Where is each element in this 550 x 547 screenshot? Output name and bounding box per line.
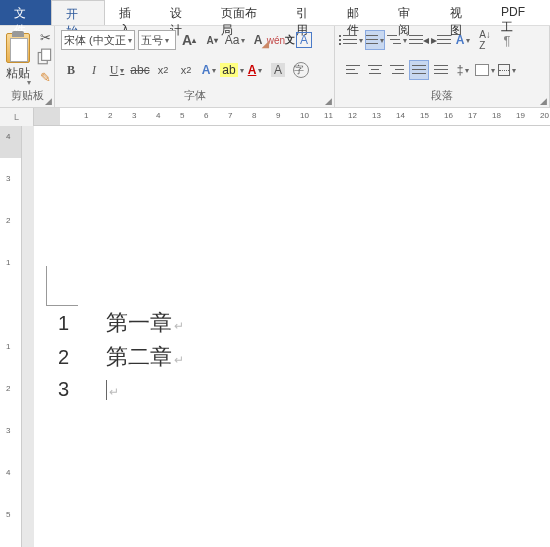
list-text: 第二章	[106, 342, 172, 372]
change-case-button[interactable]: Aa▾	[225, 30, 245, 50]
font-color-button[interactable]: A▾	[245, 60, 265, 80]
clipboard-group-label: 剪贴板	[4, 88, 50, 105]
list-item[interactable]: 3 ↵	[58, 376, 550, 402]
tab-review[interactable]: 审阅	[384, 0, 435, 25]
subscript-button[interactable]: x2	[153, 60, 173, 80]
ruler-tick: 3	[132, 111, 136, 120]
list-text: 第一章	[106, 308, 172, 338]
paste-dropdown-icon[interactable]: ▾	[27, 78, 31, 87]
ribbon-tabs: 文件 开始 插入 设计 页面布局 引用 邮件 审阅 视图 PDF工	[0, 0, 550, 26]
superscript-button[interactable]: x2	[176, 60, 196, 80]
paragraph-mark-icon: ↵	[174, 319, 184, 333]
ruler-tick: 15	[420, 111, 429, 120]
document-area: 432112345 1 第一章 ↵ 2 第二章 ↵ 3 ↵	[0, 126, 550, 547]
ruler-horizontal[interactable]: 12345678910111213141516171819202122	[34, 108, 550, 125]
font-group-label: 字体	[59, 88, 330, 105]
ruler-tick: 16	[444, 111, 453, 120]
tab-references[interactable]: 引用	[282, 0, 333, 25]
align-justify-button[interactable]	[409, 60, 429, 80]
ruler-tick: 14	[396, 111, 405, 120]
tab-layout[interactable]: 页面布局	[207, 0, 282, 25]
list-item[interactable]: 2 第二章 ↵	[58, 342, 550, 372]
shrink-font-button[interactable]: A▾	[202, 30, 222, 50]
ruler-tick: 7	[228, 111, 232, 120]
paragraph-launcher-icon[interactable]: ◢	[540, 96, 547, 106]
line-spacing-button[interactable]: ‡▾	[453, 60, 473, 80]
decrease-indent-button[interactable]: ◂	[409, 30, 429, 50]
tab-home[interactable]: 开始	[51, 0, 104, 25]
ruler-tick: 11	[324, 111, 333, 120]
ribbon: 粘贴 ✂ ✎ ▾ 剪贴板 ◢ 宋体 (中文正▾ 五号▾ A▴ A▾ Aa▾ A◢…	[0, 26, 550, 108]
numbering-button[interactable]: ▾	[365, 30, 385, 50]
list-number: 3	[58, 378, 106, 401]
underline-button[interactable]: U▾	[107, 60, 127, 80]
page-gutter	[22, 126, 34, 547]
align-center-button[interactable]	[365, 60, 385, 80]
paste-button[interactable]: 粘贴	[4, 31, 32, 84]
text-effects-button[interactable]: A▾	[199, 60, 219, 80]
ruler-tick: 1	[6, 342, 10, 351]
ruler-vertical[interactable]: 432112345	[0, 126, 22, 547]
show-marks-button[interactable]: ¶	[497, 30, 517, 50]
highlight-button[interactable]: ab▾	[222, 60, 242, 80]
list-text	[106, 376, 107, 402]
ruler-tick: 2	[6, 384, 10, 393]
ruler-tick: 3	[6, 426, 10, 435]
tab-pdf[interactable]: PDF工	[487, 0, 550, 25]
character-border-button[interactable]: A	[294, 30, 314, 50]
copy-button[interactable]	[36, 48, 54, 66]
list-number: 1	[58, 312, 106, 335]
asian-layout-button[interactable]: A▾	[453, 30, 473, 50]
tab-insert[interactable]: 插入	[105, 0, 156, 25]
svg-rect-1	[42, 49, 51, 60]
bold-button[interactable]: B	[61, 60, 81, 80]
cut-button[interactable]: ✂	[36, 28, 54, 46]
clear-format-button[interactable]: A◢	[248, 30, 268, 50]
paste-icon	[6, 33, 30, 63]
tab-design[interactable]: 设计	[156, 0, 207, 25]
enclose-characters-button[interactable]: 字	[291, 60, 311, 80]
align-right-button[interactable]	[387, 60, 407, 80]
paragraph-mark-icon: ↵	[109, 385, 119, 399]
document-content[interactable]: 1 第一章 ↵ 2 第二章 ↵ 3 ↵	[58, 308, 550, 402]
ruler-tick: 1	[6, 258, 10, 267]
tab-view[interactable]: 视图	[436, 0, 487, 25]
multilevel-list-button[interactable]: ▾	[387, 30, 407, 50]
list-item[interactable]: 1 第一章 ↵	[58, 308, 550, 338]
margin-indicator	[46, 266, 78, 306]
group-font: 宋体 (中文正▾ 五号▾ A▴ A▾ Aa▾ A◢ wén文 A B I U▾ …	[55, 26, 335, 107]
ruler-tick: 6	[204, 111, 208, 120]
document-page[interactable]: 1 第一章 ↵ 2 第二章 ↵ 3 ↵	[34, 126, 550, 547]
grow-font-button[interactable]: A▴	[179, 30, 199, 50]
bullets-button[interactable]: ▾	[343, 30, 363, 50]
clipboard-launcher-icon[interactable]: ◢	[45, 96, 52, 106]
strikethrough-button[interactable]: abc	[130, 60, 150, 80]
shading-button[interactable]: ▾	[475, 60, 495, 80]
sort-button[interactable]: A↓Z	[475, 30, 495, 50]
font-size-select[interactable]: 五号▾	[138, 30, 176, 50]
ruler-tick: 2	[108, 111, 112, 120]
ruler-tick: 5	[180, 111, 184, 120]
ruler-tick: 17	[468, 111, 477, 120]
format-painter-button[interactable]: ✎	[36, 68, 54, 86]
increase-indent-button[interactable]: ▸	[431, 30, 451, 50]
phonetic-guide-button[interactable]: wén文	[271, 30, 291, 50]
ruler-corner[interactable]: L	[0, 108, 34, 126]
align-left-button[interactable]	[343, 60, 363, 80]
ruler-tick: 4	[156, 111, 160, 120]
tab-mailings[interactable]: 邮件	[333, 0, 384, 25]
font-launcher-icon[interactable]: ◢	[325, 96, 332, 106]
font-name-select[interactable]: 宋体 (中文正▾	[61, 30, 135, 50]
tab-file[interactable]: 文件	[0, 0, 51, 25]
character-shading-button[interactable]: A	[268, 60, 288, 80]
ruler-tick: 10	[300, 111, 309, 120]
distributed-button[interactable]	[431, 60, 451, 80]
text-caret	[106, 380, 107, 400]
ruler-tick: 18	[492, 111, 501, 120]
ruler-tick: 12	[348, 111, 357, 120]
ruler-tick: 4	[6, 468, 10, 477]
borders-button[interactable]: ▾	[497, 60, 517, 80]
ruler-tick: 4	[6, 132, 10, 141]
ruler-tick: 3	[6, 174, 10, 183]
italic-button[interactable]: I	[84, 60, 104, 80]
